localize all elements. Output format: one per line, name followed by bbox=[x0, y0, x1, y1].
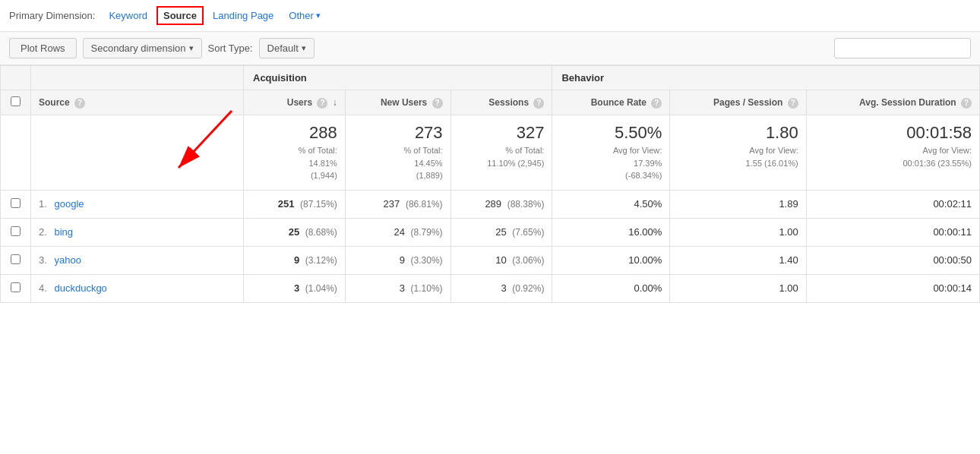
source-help-icon[interactable]: ? bbox=[74, 98, 85, 109]
dim-source[interactable]: Source bbox=[156, 6, 204, 25]
row-source-link[interactable]: bing bbox=[54, 226, 73, 238]
row-new-users: 3 (1.10%) bbox=[345, 274, 450, 302]
section-header-row: Acquisition Behavior bbox=[1, 66, 980, 90]
row-checkbox[interactable] bbox=[11, 282, 21, 292]
row-users: 9 (3.12%) bbox=[244, 246, 346, 274]
row-checkbox-cell[interactable] bbox=[1, 190, 31, 218]
row-source: 1. google bbox=[31, 190, 244, 218]
totals-bounce-rate: 5.50% Avg for View: 17.39% (-68.34%) bbox=[552, 115, 670, 191]
col-header-row: Source ? Users ? ↓ New Users ? Sessions … bbox=[1, 90, 980, 115]
row-pages-session: 1.89 bbox=[670, 190, 806, 218]
primary-dimension-label: Primary Dimension: bbox=[9, 10, 95, 21]
sessions-help-icon[interactable]: ? bbox=[533, 98, 544, 109]
totals-avg-session: 00:01:58 Avg for View: 00:01:36 (23.55%) bbox=[806, 115, 979, 191]
table-wrapper: Acquisition Behavior Source ? Users ? ↓ … bbox=[0, 65, 980, 303]
row-avg-session: 00:00:50 bbox=[806, 246, 979, 274]
row-sessions: 289 (88.38%) bbox=[450, 190, 552, 218]
table-row: 1. google 251 (87.15%) 237 (86.81%) 289 … bbox=[1, 190, 980, 218]
select-all-checkbox[interactable] bbox=[11, 96, 21, 106]
row-users: 251 (87.15%) bbox=[244, 190, 346, 218]
row-checkbox-cell[interactable] bbox=[1, 218, 31, 246]
row-checkbox-cell[interactable] bbox=[1, 246, 31, 274]
row-avg-session: 00:00:14 bbox=[806, 274, 979, 302]
search-input[interactable] bbox=[834, 38, 971, 58]
totals-checkbox-cell bbox=[1, 115, 31, 191]
section-acquisition: Acquisition bbox=[244, 66, 552, 90]
sort-default-dropdown[interactable]: Default bbox=[259, 38, 315, 58]
data-table: Acquisition Behavior Source ? Users ? ↓ … bbox=[0, 65, 980, 303]
col-bounce-rate: Bounce Rate ? bbox=[552, 90, 670, 115]
col-new-users: New Users ? bbox=[345, 90, 450, 115]
plot-rows-button[interactable]: Plot Rows bbox=[9, 38, 77, 58]
row-number: 2. bbox=[39, 226, 47, 238]
row-sessions: 25 (7.65%) bbox=[450, 218, 552, 246]
totals-row: 288 % of Total: 14.81% (1,944) 273 % of … bbox=[1, 115, 980, 191]
section-behavior: Behavior bbox=[552, 66, 980, 90]
row-number: 1. bbox=[39, 198, 47, 210]
row-source-link[interactable]: yahoo bbox=[54, 254, 81, 266]
dim-landing-page[interactable]: Landing Page bbox=[207, 7, 280, 24]
select-all-checkbox-cell[interactable] bbox=[1, 90, 31, 115]
col-users: Users ? ↓ bbox=[244, 90, 346, 115]
row-new-users: 9 (3.30%) bbox=[345, 246, 450, 274]
row-avg-session: 00:02:11 bbox=[806, 190, 979, 218]
totals-users: 288 % of Total: 14.81% (1,944) bbox=[244, 115, 346, 191]
section-source-label bbox=[31, 66, 244, 90]
row-users: 25 (8.68%) bbox=[244, 218, 346, 246]
row-avg-session: 00:00:11 bbox=[806, 218, 979, 246]
toolbar-row: Plot Rows Secondary dimension Sort Type:… bbox=[0, 32, 980, 65]
totals-new-users: 273 % of Total: 14.45% (1,889) bbox=[345, 115, 450, 191]
totals-sessions: 327 % of Total: 11.10% (2,945) bbox=[450, 115, 552, 191]
row-source: 2. bing bbox=[31, 218, 244, 246]
row-source: 4. duckduckgo bbox=[31, 274, 244, 302]
table-row: 2. bing 25 (8.68%) 24 (8.79%) 25 (7.65%)… bbox=[1, 218, 980, 246]
row-bounce-rate: 16.00% bbox=[552, 218, 670, 246]
row-pages-session: 1.40 bbox=[670, 246, 806, 274]
col-sessions: Sessions ? bbox=[450, 90, 552, 115]
primary-dimension-bar: Primary Dimension: Keyword Source Landin… bbox=[0, 0, 980, 32]
row-bounce-rate: 4.50% bbox=[552, 190, 670, 218]
row-bounce-rate: 0.00% bbox=[552, 274, 670, 302]
row-pages-session: 1.00 bbox=[670, 274, 806, 302]
row-sessions: 10 (3.06%) bbox=[450, 246, 552, 274]
sort-type-label: Sort Type: bbox=[208, 43, 253, 54]
new-users-help-icon[interactable]: ? bbox=[432, 98, 443, 109]
row-pages-session: 1.00 bbox=[670, 218, 806, 246]
users-help-icon[interactable]: ? bbox=[317, 98, 327, 109]
bounce-rate-help-icon[interactable]: ? bbox=[651, 98, 662, 109]
table-row: 4. duckduckgo 3 (1.04%) 3 (1.10%) 3 (0.9… bbox=[1, 274, 980, 302]
row-new-users: 237 (86.81%) bbox=[345, 190, 450, 218]
secondary-dimension-dropdown[interactable]: Secondary dimension bbox=[83, 38, 202, 58]
row-source-link[interactable]: duckduckgo bbox=[54, 282, 106, 294]
totals-source-label bbox=[31, 115, 244, 191]
dim-keyword[interactable]: Keyword bbox=[103, 7, 153, 24]
section-source bbox=[1, 66, 31, 90]
row-checkbox[interactable] bbox=[11, 198, 21, 208]
row-number: 4. bbox=[39, 282, 47, 294]
row-bounce-rate: 10.00% bbox=[552, 246, 670, 274]
users-sort-arrow[interactable]: ↓ bbox=[333, 97, 337, 108]
row-source: 3. yahoo bbox=[31, 246, 244, 274]
totals-pages-session: 1.80 Avg for View: 1.55 (16.01%) bbox=[670, 115, 806, 191]
row-users: 3 (1.04%) bbox=[244, 274, 346, 302]
row-new-users: 24 (8.79%) bbox=[345, 218, 450, 246]
avg-session-help-icon[interactable]: ? bbox=[961, 98, 972, 109]
col-avg-session: Avg. Session Duration ? bbox=[806, 90, 979, 115]
table-row: 3. yahoo 9 (3.12%) 9 (3.30%) 10 (3.06%) … bbox=[1, 246, 980, 274]
col-pages-session: Pages / Session ? bbox=[670, 90, 806, 115]
row-sessions: 3 (0.92%) bbox=[450, 274, 552, 302]
row-number: 3. bbox=[39, 254, 47, 266]
row-checkbox-cell[interactable] bbox=[1, 274, 31, 302]
row-source-link[interactable]: google bbox=[54, 198, 84, 210]
row-checkbox[interactable] bbox=[11, 254, 21, 264]
row-checkbox[interactable] bbox=[11, 226, 21, 236]
col-source: Source ? bbox=[31, 90, 244, 115]
pages-session-help-icon[interactable]: ? bbox=[788, 98, 798, 109]
dim-other[interactable]: Other bbox=[283, 7, 327, 24]
